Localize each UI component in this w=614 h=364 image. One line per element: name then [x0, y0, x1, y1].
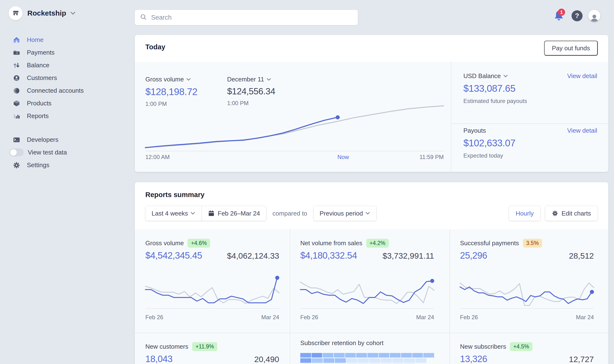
- previous-value: 20,490: [254, 355, 279, 364]
- cohort-cell[interactable]: [367, 353, 378, 358]
- usd-balance-block: USD Balance View detail $133,087.65 Esti…: [463, 72, 597, 104]
- sparkline-chart: [300, 272, 434, 309]
- sidebar-item-payments[interactable]: Payments: [0, 46, 129, 59]
- report-card-label: Subscriber retention by cohort: [300, 339, 384, 347]
- axis-tick-start: 12:00 AM: [145, 154, 169, 160]
- cohort-heatmap: [300, 353, 434, 364]
- today-header: Today Pay out funds: [135, 35, 608, 62]
- cohort-cell[interactable]: [356, 353, 367, 358]
- search-input[interactable]: [151, 14, 353, 22]
- sidebar-item-connected-accounts[interactable]: Connected accounts: [0, 84, 129, 97]
- reports-body: Gross volume +4.6% $4,542,345.45 $4,062,…: [135, 229, 608, 364]
- reports-controls: Last 4 weeks Feb 26–Mar 24 compared to P…: [145, 206, 376, 221]
- help-button[interactable]: ?: [571, 10, 583, 22]
- previous-value: $4,062,124.33: [227, 251, 279, 260]
- latest-point-dot: [275, 276, 279, 280]
- compared-to-text: compared to: [272, 210, 307, 217]
- question-mark-icon: ?: [572, 10, 583, 21]
- avatar: [588, 10, 600, 22]
- cohort-cell[interactable]: [404, 358, 415, 363]
- usd-balance-label-row[interactable]: USD Balance: [463, 72, 508, 80]
- cohort-cell[interactable]: [415, 358, 426, 363]
- today-right-column: USD Balance View detail $133,087.65 Esti…: [451, 62, 609, 172]
- cohort-cell[interactable]: [335, 358, 346, 363]
- sidebar-item-view-test-data[interactable]: View test data: [0, 146, 129, 159]
- calendar-icon: [208, 210, 214, 217]
- new-subscribers-card[interactable]: New subscribers +4.5% 13,326 12,727: [460, 342, 594, 364]
- usd-balance-caption: Estimated future payouts: [463, 98, 597, 104]
- metric-label-text: USD Balance: [463, 72, 501, 80]
- report-card-label: New subscribers: [460, 343, 506, 350]
- cohort-cell[interactable]: [381, 358, 392, 363]
- sidebar-item-products[interactable]: Products: [0, 97, 129, 110]
- axis-tick-now: Now: [337, 154, 349, 160]
- gross-volume-label-row[interactable]: Gross volume: [145, 76, 197, 83]
- bell-icon: 1: [554, 10, 564, 22]
- profile-button[interactable]: [588, 10, 600, 22]
- test-data-toggle[interactable]: [10, 149, 24, 156]
- products-icon: [13, 100, 21, 107]
- right-column-divider: [451, 123, 609, 124]
- cohort-cell[interactable]: [346, 358, 357, 363]
- cohort-cell[interactable]: [300, 358, 311, 363]
- sparkline-axis: Feb 26 Mar 24: [145, 314, 279, 321]
- gross-volume-card[interactable]: Gross volume +4.6% $4,542,345.45 $4,062,…: [145, 239, 279, 321]
- hourly-button[interactable]: Hourly: [509, 206, 540, 221]
- sidebar-item-developers[interactable]: Developers: [0, 133, 129, 146]
- cohort-cell[interactable]: [300, 353, 311, 358]
- cohort-cell[interactable]: [358, 358, 369, 363]
- chevron-down-icon: [266, 78, 271, 81]
- cohort-cell[interactable]: [322, 353, 333, 358]
- cohort-cell[interactable]: [392, 358, 404, 363]
- usd-balance-value: $133,087.65: [463, 83, 597, 94]
- sparkline-axis: Feb 26 Mar 24: [300, 314, 434, 321]
- period-select-button[interactable]: Last 4 weeks: [145, 206, 201, 221]
- notifications-button[interactable]: 1: [553, 10, 565, 22]
- axis-tick-start: Feb 26: [145, 314, 163, 321]
- payouts-view-detail-link[interactable]: View detail: [567, 127, 597, 134]
- sidebar-item-label: Customers: [27, 74, 57, 82]
- cohort-cell[interactable]: [379, 353, 390, 358]
- payouts-caption: Expected today: [463, 152, 597, 159]
- cohort-cell[interactable]: [345, 353, 356, 358]
- date-range-button[interactable]: Feb 26–Mar 24: [201, 206, 266, 221]
- account-switcher[interactable]: Rocketship: [9, 6, 76, 20]
- storefront-logo-icon: [9, 6, 23, 20]
- gear-icon: [13, 162, 21, 169]
- edit-charts-button[interactable]: Edit charts: [545, 206, 598, 221]
- axis-tick-start: Feb 26: [460, 314, 478, 321]
- yesterday-label-row[interactable]: December 11: [227, 76, 275, 83]
- latest-point-dot: [336, 115, 340, 119]
- home-icon: [13, 36, 21, 44]
- cohort-cell[interactable]: [334, 353, 345, 358]
- subscriber-retention-card[interactable]: Subscriber retention by cohort: [300, 339, 434, 364]
- cohort-cell[interactable]: [323, 358, 334, 363]
- cohort-cell[interactable]: [401, 353, 412, 358]
- sidebar-item-customers[interactable]: Customers: [0, 72, 129, 84]
- cohort-cell[interactable]: [369, 358, 380, 363]
- change-badge: +4.5%: [510, 342, 532, 351]
- sidebar-item-label: Developers: [27, 136, 58, 143]
- cohort-cell[interactable]: [312, 353, 322, 358]
- sparkline-chart: [460, 272, 594, 309]
- cohort-cell[interactable]: [412, 353, 423, 358]
- chevron-down-icon: [503, 75, 508, 78]
- usd-balance-view-detail-link[interactable]: View detail: [567, 72, 597, 80]
- cohort-cell[interactable]: [312, 358, 323, 363]
- new-customers-card[interactable]: New customers +11.9% 18,043 20,490: [145, 342, 279, 364]
- compare-select-button[interactable]: Previous period: [313, 206, 377, 221]
- sidebar-item-settings[interactable]: Settings: [0, 159, 129, 171]
- pay-out-funds-button[interactable]: Pay out funds: [544, 41, 598, 56]
- sidebar-nav-main: Home Payments Balance Customers Connecte…: [0, 34, 129, 122]
- successful-payments-card[interactable]: Successful payments 3.5% 25,296 28,512 F…: [460, 239, 594, 321]
- cohort-cell[interactable]: [390, 353, 401, 358]
- current-value: 13,326: [460, 354, 487, 364]
- sidebar-item-home[interactable]: Home: [0, 34, 129, 46]
- sidebar-item-reports[interactable]: Reports: [0, 110, 129, 122]
- cohort-cell[interactable]: [423, 353, 434, 358]
- reports-summary-card: Reports summary Last 4 weeks Feb 26–Mar …: [135, 182, 608, 364]
- search-bar[interactable]: [135, 10, 358, 25]
- net-volume-card[interactable]: Net volume from sales +4.2% $4,180,332.5…: [300, 239, 434, 321]
- sidebar-item-balance[interactable]: Balance: [0, 59, 129, 72]
- column-divider: [449, 229, 450, 364]
